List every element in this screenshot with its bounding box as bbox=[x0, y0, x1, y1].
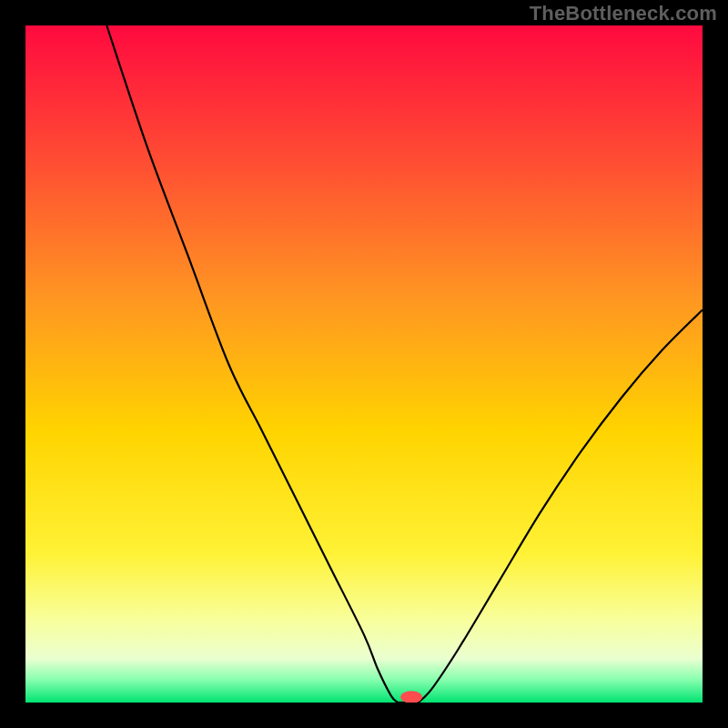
bottleneck-chart bbox=[25, 25, 703, 703]
watermark-text: TheBottleneck.com bbox=[530, 2, 717, 25]
chart-frame: TheBottleneck.com bbox=[0, 0, 728, 728]
plot-background bbox=[25, 25, 703, 703]
